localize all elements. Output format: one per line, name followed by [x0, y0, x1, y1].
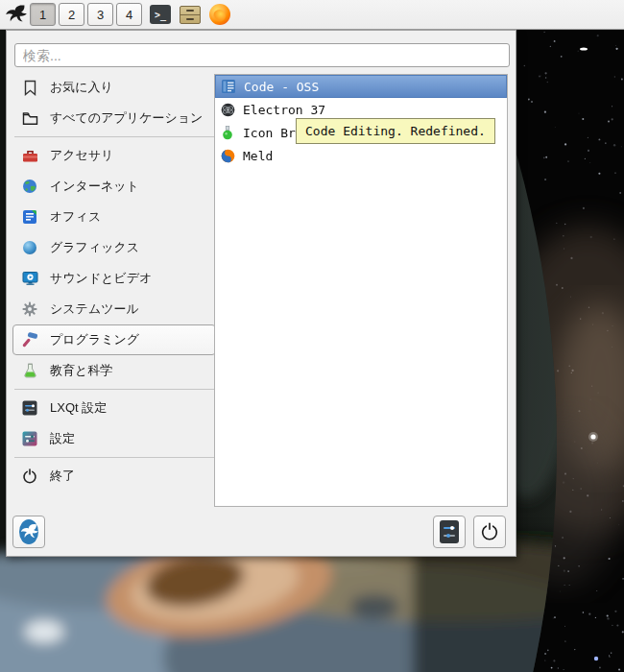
code-oss-icon	[221, 79, 236, 94]
sidebar-item-settings[interactable]: 設定	[12, 423, 216, 454]
sidebar-item-label: オフィス	[50, 208, 101, 226]
sidebar-separator	[14, 136, 214, 137]
app-item-code-oss[interactable]: Code - OSS	[215, 75, 507, 98]
globe-icon	[21, 178, 38, 195]
sidebar-item-lxqt-settings[interactable]: LXQt 設定	[12, 393, 216, 423]
lxqt-about-button[interactable]	[12, 516, 45, 548]
sidebar-item-label: すべてのアプリケーション	[50, 109, 203, 127]
sidebar-item-leave[interactable]: 終了	[12, 461, 216, 492]
search-input[interactable]	[14, 43, 510, 67]
sidebar-item-accessories[interactable]: アクセサリ	[12, 140, 216, 171]
gear-icon	[21, 300, 38, 318]
hammer-icon	[21, 331, 38, 348]
workspace-button-1[interactable]: 1	[30, 3, 56, 26]
terminal-icon[interactable]: >_	[149, 3, 172, 26]
sidebar-item-label: プログラミング	[50, 331, 139, 348]
workspace-button-4[interactable]: 4	[116, 3, 142, 26]
toolbox-icon	[21, 147, 38, 164]
sidebar-item-graphics[interactable]: グラフィックス	[12, 232, 216, 263]
monitor-play-icon	[21, 270, 38, 287]
potion-icon	[220, 125, 235, 140]
sidebar-separator	[14, 457, 214, 458]
flask-icon	[21, 362, 38, 379]
category-sidebar: お気に入り すべてのアプリケーション アクセサリ インターネット オフィス	[12, 72, 216, 492]
sidebar-item-all-applications[interactable]: すべてのアプリケーション	[12, 103, 216, 133]
meld-icon	[220, 148, 235, 163]
sidebar-item-education-science[interactable]: 教育と科学	[12, 355, 216, 386]
sidebar-item-favorites[interactable]: お気に入り	[12, 72, 216, 103]
settings-icon	[21, 430, 38, 447]
sliders-icon	[440, 520, 459, 543]
app-item-label: Code - OSS	[244, 80, 319, 94]
electron-icon	[220, 102, 235, 117]
app-item-label: Meld	[243, 149, 273, 163]
sphere-icon	[21, 239, 38, 256]
sidebar-item-label: グラフィックス	[50, 239, 139, 256]
sidebar-item-label: LXQt 設定	[50, 399, 107, 417]
bookmark-icon	[21, 79, 38, 96]
sidebar-item-label: システムツール	[50, 300, 139, 318]
application-menu: お気に入り すべてのアプリケーション アクセサリ インターネット オフィス	[6, 30, 516, 557]
sidebar-item-office[interactable]: オフィス	[12, 202, 216, 232]
workspace-button-2[interactable]: 2	[59, 3, 84, 26]
sidebar-item-label: サウンドとビデオ	[50, 270, 152, 287]
sidebar-item-internet[interactable]: インターネット	[12, 171, 216, 202]
taskbar: 1 2 3 4 >_	[0, 0, 624, 30]
lxqt-bird-icon	[19, 519, 38, 544]
lxqt-settings-icon	[21, 399, 38, 417]
lxqt-bird-icon[interactable]	[4, 3, 27, 26]
sidebar-item-label: インターネット	[50, 178, 139, 195]
sidebar-item-label: アクセサリ	[50, 147, 114, 164]
power-icon	[21, 468, 38, 485]
sidebar-item-label: 終了	[50, 468, 75, 485]
sidebar-item-programming[interactable]: プログラミング	[12, 324, 216, 355]
app-item-label: Electron 37	[243, 103, 325, 117]
sidebar-item-label: お気に入り	[50, 79, 113, 96]
power-icon	[480, 521, 499, 542]
tooltip: Code Editing. Redefined.	[296, 118, 495, 144]
app-item-meld[interactable]: Meld	[215, 144, 507, 167]
office-icon	[21, 208, 38, 226]
sidebar-item-label: 設定	[50, 430, 75, 447]
file-cabinet-icon[interactable]	[179, 3, 202, 26]
sidebar-item-sound-video[interactable]: サウンドとビデオ	[12, 263, 216, 294]
sidebar-item-label: 教育と科学	[50, 362, 112, 379]
firefox-icon[interactable]	[208, 3, 231, 26]
sidebar-separator	[14, 389, 214, 390]
sidebar-item-system-tools[interactable]: システムツール	[12, 294, 216, 324]
folder-icon	[21, 109, 38, 127]
power-button[interactable]	[473, 516, 506, 548]
leave-options-button[interactable]	[433, 516, 466, 548]
workspace-button-3[interactable]: 3	[87, 3, 113, 26]
